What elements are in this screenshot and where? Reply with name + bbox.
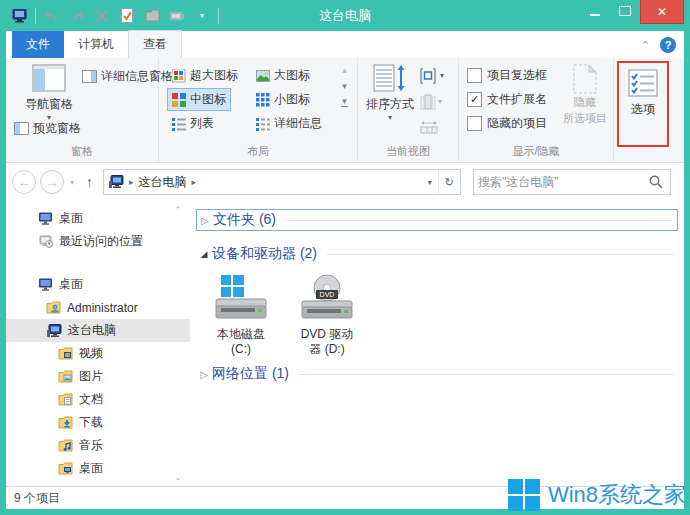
ribbon-group-current-view: 排序方式 ▾ ▾ ▾ 当前视图 bbox=[358, 58, 459, 162]
sidebar-item-recent-places[interactable]: 最近访问的位置 bbox=[6, 230, 190, 253]
quick-access-toolbar: ▾ bbox=[0, 8, 219, 24]
title-bar: ▾ 这台电脑 ✕ bbox=[0, 0, 690, 31]
sidebar-item-administrator[interactable]: Administrator bbox=[6, 296, 190, 319]
up-button[interactable]: ↑ bbox=[80, 174, 99, 190]
address-dropdown-icon[interactable]: ▾ bbox=[422, 178, 438, 187]
hide-selected-items-button[interactable]: 隐藏 所选项目 bbox=[559, 64, 611, 126]
size-columns-icon bbox=[420, 120, 438, 134]
qat-dropdown-icon[interactable]: ▾ bbox=[193, 8, 211, 24]
history-dropdown-icon[interactable]: ▾ bbox=[68, 178, 76, 187]
group-header-label: 设备和驱动器 (2) bbox=[212, 245, 317, 263]
sidebar-item-music[interactable]: 音乐 bbox=[6, 434, 190, 457]
view-label: 超大图标 bbox=[190, 67, 238, 84]
medium-icons-icon bbox=[172, 93, 186, 107]
help-icon[interactable]: ? bbox=[660, 37, 676, 53]
view-extra-large-icons[interactable]: 超大图标 bbox=[167, 64, 243, 87]
drive-item-c[interactable]: 本地磁盘 (C:) bbox=[200, 273, 282, 357]
sidebar-item-documents[interactable]: 文档 bbox=[6, 388, 190, 411]
tab-computer[interactable]: 计算机 bbox=[64, 31, 128, 58]
large-icons-icon bbox=[256, 69, 270, 83]
group-label-panes: 窗格 bbox=[6, 144, 158, 159]
checkbox-icon[interactable] bbox=[467, 68, 482, 83]
close-button[interactable]: ✕ bbox=[640, 0, 684, 24]
refresh-icon[interactable]: ↻ bbox=[439, 176, 460, 189]
sort-by-button[interactable]: 排序方式 ▾ bbox=[364, 64, 416, 121]
documents-folder-icon bbox=[58, 393, 73, 406]
collapsed-arrow-icon[interactable]: ▷ bbox=[197, 215, 213, 226]
new-folder-icon[interactable] bbox=[143, 8, 161, 24]
sidebar-item-label: 图片 bbox=[79, 368, 103, 385]
close-icon: ✕ bbox=[657, 5, 667, 19]
sidebar-item-this-pc[interactable]: 这台电脑 bbox=[6, 319, 190, 342]
collapsed-arrow-icon[interactable]: ▷ bbox=[196, 369, 212, 380]
breadcrumb-item-this-pc[interactable]: 这台电脑 bbox=[139, 174, 187, 191]
sidebar-item-pictures[interactable]: 图片 bbox=[6, 365, 190, 388]
collapse-ribbon-icon[interactable]: ⌃ bbox=[641, 39, 650, 52]
sidebar-item-downloads[interactable]: 下载 bbox=[6, 411, 190, 434]
view-details[interactable]: 详细信息 bbox=[251, 112, 327, 135]
scroll-down-icon[interactable]: ▼ bbox=[341, 82, 349, 91]
preview-pane-icon bbox=[14, 122, 29, 135]
properties-icon[interactable] bbox=[118, 8, 136, 24]
view-medium-icons[interactable]: 中图标 bbox=[167, 88, 231, 111]
view-large-icons[interactable]: 大图标 bbox=[251, 64, 315, 87]
checkbox-icon[interactable] bbox=[467, 92, 482, 107]
recent-places-icon bbox=[38, 235, 53, 248]
navigation-pane-button[interactable]: 导航窗格 ▾ bbox=[20, 64, 78, 121]
content-pane: ▷ 文件夹 (6) ◢ 设备和驱动器 (2) bbox=[190, 201, 684, 486]
address-input[interactable]: ▸ 这台电脑 ▸ ▾ ↻ bbox=[103, 169, 461, 195]
scroll-more-icon[interactable]: ▼ bbox=[341, 98, 349, 107]
add-columns-button[interactable]: ▾ bbox=[420, 94, 442, 110]
sidebar-item-label: 桌面 bbox=[59, 276, 83, 293]
expanded-arrow-icon[interactable]: ◢ bbox=[196, 249, 212, 259]
view-small-icons[interactable]: 小图标 bbox=[251, 88, 315, 111]
breadcrumb-chevron-icon[interactable]: ▸ bbox=[129, 177, 134, 187]
forward-button[interactable]: → bbox=[40, 170, 64, 194]
breadcrumb-chevron-icon[interactable]: ▸ bbox=[192, 177, 197, 187]
group-by-button[interactable]: ▾ bbox=[420, 68, 444, 84]
view-label: 大图标 bbox=[274, 67, 310, 84]
maximize-button[interactable] bbox=[610, 0, 640, 22]
sidebar-scrollbar[interactable]: ⌃ ⌄ bbox=[172, 205, 184, 482]
drive-item-dvd[interactable]: DVD DVD 驱动 器 (D:) bbox=[286, 273, 368, 357]
ribbon-group-panes: 导航窗格 ▾ 详细信息窗格 预览窗格 窗格 bbox=[6, 58, 159, 162]
tab-file[interactable]: 文件 bbox=[12, 31, 64, 58]
drive-label: 本地磁盘 (C:) bbox=[217, 327, 265, 357]
client-area: 文件 计算机 查看 ⌃ ? 导航窗格 ▾ 详细信息窗格 bbox=[6, 31, 684, 509]
svg-text:DVD: DVD bbox=[320, 291, 335, 298]
size-columns-button[interactable] bbox=[420, 120, 438, 134]
sidebar-item-videos[interactable]: 视频 bbox=[6, 342, 190, 365]
qat-separator bbox=[218, 8, 219, 24]
group-header-network[interactable]: ▷ 网络位置 (1) bbox=[196, 363, 678, 385]
redo-icon[interactable] bbox=[68, 8, 86, 24]
sidebar-item-favorites-desktop[interactable]: 桌面 bbox=[6, 207, 190, 230]
pc-icon[interactable] bbox=[10, 8, 28, 24]
minimize-button[interactable] bbox=[580, 0, 610, 22]
group-header-label: 文件夹 (6) bbox=[213, 211, 276, 229]
checkbox-label: 项目复选框 bbox=[487, 67, 547, 84]
sidebar-item-desktop[interactable]: 桌面 bbox=[6, 457, 190, 480]
checkbox-icon[interactable] bbox=[467, 116, 482, 131]
group-header-folders[interactable]: ▷ 文件夹 (6) bbox=[196, 209, 678, 231]
view-label: 小图标 bbox=[274, 91, 310, 108]
group-header-rule bbox=[286, 220, 673, 221]
checkbox-item-check-boxes[interactable]: 项目复选框 bbox=[467, 67, 547, 84]
view-list[interactable]: 列表 bbox=[167, 112, 219, 135]
search-icon[interactable] bbox=[649, 175, 663, 189]
checkbox-file-name-extensions[interactable]: 文件扩展名 bbox=[467, 91, 547, 108]
tab-view[interactable]: 查看 bbox=[128, 30, 182, 59]
preview-pane-button[interactable]: 预览窗格 bbox=[14, 120, 81, 137]
slideshow-icon[interactable] bbox=[168, 8, 186, 24]
undo-icon[interactable] bbox=[43, 8, 61, 24]
scroll-up-icon[interactable]: ▲ bbox=[341, 66, 349, 75]
options-button[interactable]: 选项 bbox=[631, 101, 655, 118]
group-header-devices-drives[interactable]: ◢ 设备和驱动器 (2) bbox=[196, 243, 678, 265]
search-input[interactable] bbox=[474, 175, 642, 189]
sidebar-item-desktop-root[interactable]: 桌面 bbox=[6, 273, 190, 296]
back-button[interactable]: ← bbox=[12, 170, 36, 194]
scroll-up-icon[interactable]: ⌃ bbox=[174, 205, 182, 215]
checkbox-hidden-items[interactable]: 隐藏的项目 bbox=[467, 115, 547, 132]
delete-icon[interactable] bbox=[93, 8, 111, 24]
scroll-down-icon[interactable]: ⌄ bbox=[174, 472, 182, 482]
ribbon-group-layout: 超大图标 大图标 中图标 小图标 列表 bbox=[159, 58, 358, 162]
